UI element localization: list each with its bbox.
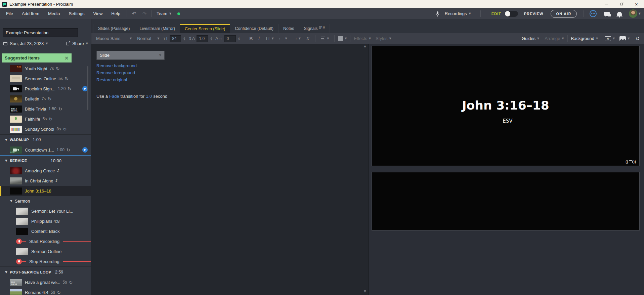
menu-settings[interactable]: Settings: [64, 8, 89, 19]
item-title: Have a great we...: [25, 280, 60, 285]
menu-media[interactable]: Media: [44, 8, 64, 19]
recordings-dropdown[interactable]: Recordings ▼: [442, 11, 474, 16]
section-header-service[interactable]: ▼ SERVICE 10:00: [0, 156, 91, 166]
list-item[interactable]: Sermon: Let Your Li...: [0, 206, 91, 216]
close-icon[interactable]: ✕: [65, 55, 69, 61]
section-header-post-service[interactable]: ▼ POST-SERVICE LOOP 2:59: [0, 267, 91, 277]
indent-dropdown[interactable]: ≕ ▼: [290, 36, 303, 41]
insert-textbox-dropdown[interactable]: A ▼: [605, 36, 615, 41]
minimize-button[interactable]: [599, 0, 614, 8]
insert-image-dropdown[interactable]: ▼: [619, 36, 630, 41]
user-avatar[interactable]: [629, 9, 637, 18]
list-item[interactable]: Faithlife 5s ↻: [0, 114, 91, 124]
list-item-selected[interactable]: John 3:16–18: [0, 186, 91, 196]
reset-rotation-button[interactable]: ↻: [636, 36, 640, 42]
edit-preview-toggle[interactable]: [505, 11, 518, 17]
list-item[interactable]: BIBLE TRIVIA Bible Trivia 1:50 ↻: [0, 104, 91, 114]
font-size-input[interactable]: 84: [170, 35, 181, 42]
line-height-input[interactable]: 1.0: [197, 35, 208, 42]
item-duration: 1:00: [56, 148, 64, 152]
stepper-icons[interactable]: ▲▼: [183, 37, 185, 40]
chevron-down-icon[interactable]: ▼: [130, 37, 132, 40]
guides-dropdown[interactable]: Guides ▼: [522, 36, 539, 41]
restore-original-link[interactable]: Restore original: [96, 77, 137, 82]
transition-type-link[interactable]: Fade: [109, 94, 119, 99]
chevron-down-icon[interactable]: ▼: [157, 37, 159, 40]
list-item[interactable]: Sunday School 8s ↻: [0, 124, 91, 134]
restore-button[interactable]: [614, 0, 629, 8]
share-button[interactable]: Share ▼: [66, 41, 88, 46]
on-air-button[interactable]: ON AIR: [551, 10, 576, 18]
presentation-title-input[interactable]: [3, 28, 78, 37]
tab-signals[interactable]: Signals ((1)): [299, 24, 330, 33]
line-height-control[interactable]: ⇕A 1.0 ▲▼: [188, 35, 212, 42]
list-item[interactable]: GOD BLESS Have a great we... 5s ↻: [0, 277, 91, 287]
tab-slides-passage[interactable]: Slides (Passage): [93, 24, 135, 33]
undo-icon[interactable]: ↶: [129, 11, 139, 17]
list-item[interactable]: Bulletin 7s ↻: [0, 94, 91, 104]
close-button[interactable]: ×: [629, 0, 644, 8]
divider: [334, 35, 335, 42]
list-item[interactable]: In Christ Alone ♪: [0, 176, 91, 186]
center-screen-preview[interactable]: John 3:16–18 ESV (()): [372, 46, 640, 166]
list-item[interactable]: Romans 6:4 5s ↻: [0, 287, 91, 295]
paragraph-style-dropdown[interactable]: Normal: [137, 36, 157, 41]
stepper-icons[interactable]: ▲▼: [210, 37, 212, 40]
tab-notes[interactable]: Notes: [278, 24, 299, 33]
clear-formatting-button[interactable]: 𝘟: [303, 36, 312, 42]
play-button[interactable]: [82, 147, 88, 153]
collapse-triangle-icon[interactable]: ▼: [5, 138, 7, 141]
list-item[interactable]: Sermons Online 5s ↻: [0, 74, 91, 84]
background-dropdown[interactable]: Background ▼: [571, 36, 598, 41]
menu-help[interactable]: Help: [107, 8, 125, 19]
remove-foreground-link[interactable]: Remove foreground: [96, 70, 137, 75]
scroll-up-icon[interactable]: ▲: [364, 44, 366, 48]
item-title: John 3:16–18: [25, 188, 51, 194]
team-dropdown[interactable]: Team ▼: [154, 11, 174, 16]
date-dropdown[interactable]: Sun, Jul 23, 2023 ▼: [10, 41, 48, 46]
list-item[interactable]: Philippians 4:8: [0, 216, 91, 226]
font-family-dropdown[interactable]: Museo Sans: [96, 36, 130, 41]
list-item[interactable]: Content: Black: [0, 226, 91, 236]
group-header-sermon[interactable]: ▼ Sermon: [0, 196, 91, 206]
remove-background-link[interactable]: Remove background: [96, 63, 137, 68]
menu-file[interactable]: File: [2, 8, 17, 19]
secondary-preview[interactable]: [372, 172, 640, 230]
text-color-dropdown[interactable]: ▼: [338, 36, 347, 41]
list-item[interactable]: Amazing Grace ♪: [0, 166, 91, 176]
bullet-list-dropdown[interactable]: ≔ ▼: [276, 36, 290, 41]
scroll-down-icon[interactable]: ▼: [364, 290, 366, 293]
collapse-triangle-icon[interactable]: ▼: [5, 159, 7, 162]
list-item[interactable]: Proclaim Sign... 1:20 ↻: [0, 84, 91, 94]
transition-duration-link[interactable]: 1.0: [146, 94, 152, 99]
section-header-warm-up[interactable]: ▼ WARM-UP 1:00: [0, 135, 91, 145]
bold-button[interactable]: B: [247, 36, 255, 41]
stepper-icons[interactable]: ▲▼: [238, 37, 240, 40]
help-menu-icon[interactable]: [590, 10, 597, 17]
chat-icon[interactable]: [604, 12, 610, 16]
collapse-triangle-icon[interactable]: ▼: [5, 270, 7, 274]
menu-add-item[interactable]: Add Item: [17, 8, 44, 19]
text-case-dropdown[interactable]: Tᴛ ▼: [262, 36, 276, 41]
list-item[interactable]: Sermon Outline: [0, 246, 91, 256]
list-item-stop-recording[interactable]: Stop Recording: [0, 256, 91, 266]
letter-spacing-control[interactable]: A⇔ 0 ▲▼: [215, 35, 240, 42]
alignment-dropdown[interactable]: ▼: [319, 37, 331, 40]
chevron-down-icon[interactable]: ▼: [639, 12, 641, 15]
notifications-bell-icon[interactable]: [617, 12, 622, 16]
sidebar-scrollbar[interactable]: [87, 66, 88, 110]
italic-button[interactable]: I: [255, 36, 262, 41]
section-duration: 10:00: [50, 158, 61, 163]
menu-view[interactable]: View: [89, 8, 107, 19]
list-item-start-recording[interactable]: Start Recording: [0, 236, 91, 246]
font-size-control[interactable]: ᴛT 84 ▲▼: [163, 35, 185, 42]
list-item[interactable]: 7:30 Youth Night 7s ↻: [0, 64, 91, 74]
collapse-triangle-icon[interactable]: ▼: [10, 199, 12, 203]
element-type-select[interactable]: Slide ▼: [96, 51, 165, 60]
list-item[interactable]: 0:59 Countdown 1... 1:00 ↻: [0, 145, 91, 155]
guides-label: Guides: [522, 36, 535, 41]
tab-livestream-mirror[interactable]: Livestream (Mirror): [135, 24, 180, 33]
tab-confidence-default[interactable]: Confidence (Default): [230, 24, 278, 33]
tab-center-screen-slide[interactable]: Center Screen (Slide): [180, 24, 230, 33]
letter-spacing-input[interactable]: 0: [224, 35, 236, 42]
